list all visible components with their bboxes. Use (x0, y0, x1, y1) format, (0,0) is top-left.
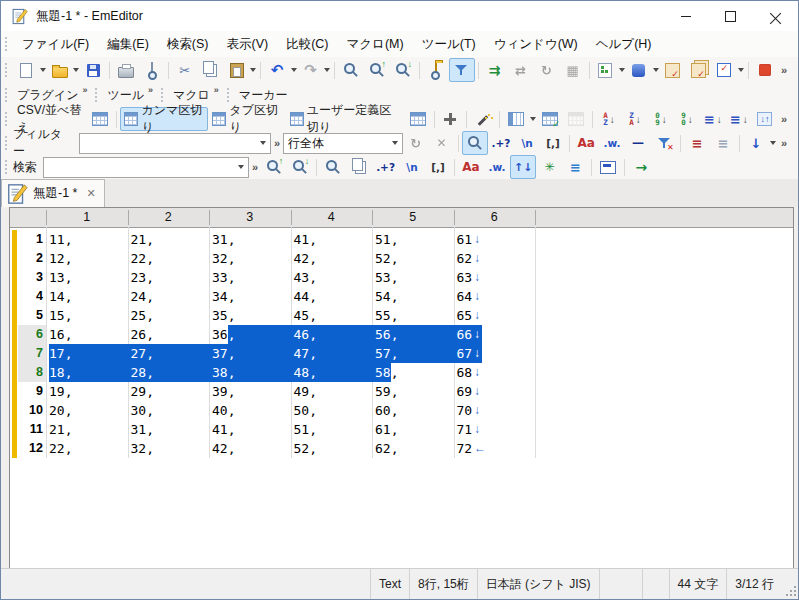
filter-overflow-chevron[interactable]: » (271, 137, 283, 149)
csv-cell[interactable]: 20, (49, 403, 72, 419)
filter-extract-button[interactable]: ↓ (743, 131, 769, 155)
find-in-files-button[interactable] (423, 58, 449, 82)
csv-cell[interactable]: 23, (131, 270, 154, 286)
csv-cell[interactable]: 17, (49, 346, 72, 362)
csv-cell[interactable]: 36, (212, 327, 235, 343)
search-jump-button[interactable]: → (628, 155, 654, 179)
csv-cell[interactable]: 43, (294, 270, 317, 286)
search-match-case-button[interactable]: Aa (458, 155, 484, 179)
menu-macros[interactable]: マクロ(M) (338, 31, 413, 57)
line-number[interactable]: 10 (14, 403, 43, 417)
menu-compare[interactable]: 比較(C) (277, 31, 337, 57)
close-button[interactable] (753, 1, 798, 31)
status-line-count[interactable]: 3/12 行 (726, 569, 782, 599)
csv-cell[interactable]: 54, (375, 289, 398, 305)
redo-dropdown[interactable] (324, 59, 332, 81)
status-cursor-position[interactable]: 8行, 15桁 (409, 569, 477, 599)
csv-cell[interactable]: 45, (294, 308, 317, 324)
csv-cell[interactable]: 49, (294, 384, 317, 400)
menu-file[interactable]: ファイル(F) (13, 31, 98, 57)
csv-cell[interactable]: 41, (294, 232, 317, 248)
search-escape-button[interactable]: \n (399, 155, 425, 179)
csv-cell[interactable]: 59, (375, 384, 398, 400)
filter-csv-button[interactable]: [,] (540, 131, 566, 155)
csv-cell[interactable]: 13, (49, 270, 72, 286)
csv-mode-extra-button[interactable] (405, 107, 431, 131)
csv-cell[interactable]: 31, (131, 422, 154, 438)
csv-add-mode-button[interactable] (437, 107, 463, 131)
toolbar-grip[interactable] (5, 160, 7, 174)
csv-converter-button[interactable] (87, 107, 113, 131)
filter-bookmark-unmatched-button[interactable]: ≡ (710, 131, 736, 155)
menu-window[interactable]: ウィンドウ(W) (485, 31, 587, 57)
toolbar-grip[interactable] (95, 88, 97, 102)
run-macro-button[interactable] (685, 58, 711, 82)
compare-button[interactable]: ⇉ (482, 58, 508, 82)
csv-cell[interactable]: 14, (49, 289, 72, 305)
toolbar-overflow-chevron[interactable]: » (778, 113, 790, 125)
csv-cell[interactable]: 58, (375, 365, 398, 381)
csv-cell[interactable]: 62, (375, 441, 398, 457)
column-header-2[interactable]: 2 (128, 210, 210, 224)
csv-cell[interactable]: 55, (375, 308, 398, 324)
search-previous-button[interactable]: ↑ (261, 155, 287, 179)
csv-cell[interactable]: 51, (375, 232, 398, 248)
filter-negative-button[interactable]: — (625, 131, 651, 155)
csv-cell[interactable]: 46, (294, 327, 317, 343)
macro-options-button[interactable] (711, 58, 737, 82)
csv-cell[interactable]: 26, (131, 327, 154, 343)
new-file-button[interactable] (13, 58, 39, 82)
column-header-1[interactable]: 1 (46, 210, 128, 224)
filter-refresh-button[interactable]: ↻ (403, 131, 429, 155)
editor-panel[interactable]: 123456 111,21,31,41,51,61↓212,22,32,42,5… (9, 207, 794, 570)
filter-scope-select[interactable]: 行全体 (283, 133, 403, 154)
paste-dropdown[interactable] (250, 59, 258, 81)
csv-cell[interactable]: 48, (294, 365, 317, 381)
filter-input[interactable] (79, 133, 271, 154)
filter-whole-word-button[interactable]: .w. (599, 131, 625, 155)
search-number-button[interactable]: ✳ (536, 155, 562, 179)
csv-cell[interactable]: 65 (457, 308, 473, 324)
csv-cell[interactable]: 34, (212, 289, 235, 305)
csv-cell[interactable]: 52, (294, 441, 317, 457)
toolbar-grip[interactable] (5, 63, 7, 77)
filter-remove-button[interactable]: ✕ (651, 131, 677, 155)
minimize-button[interactable] (663, 1, 708, 31)
table-mode-button[interactable] (563, 107, 589, 131)
column-header-row[interactable]: 123456 (10, 208, 793, 228)
menubar-grip[interactable] (5, 37, 7, 51)
print-button[interactable] (113, 58, 139, 82)
record-macro-button[interactable] (659, 58, 685, 82)
reverse-order-button[interactable]: ↓↑ (752, 107, 778, 131)
csv-cell[interactable]: 71 (457, 422, 473, 438)
edit-cell-button[interactable] (537, 107, 563, 131)
line-number[interactable]: 2 (14, 251, 43, 265)
csv-mode-tab-button[interactable]: タブ区切り (208, 107, 285, 131)
status-selected-chars[interactable]: 44 文字 (669, 569, 727, 599)
csv-cell[interactable]: 39, (212, 384, 235, 400)
sort-az-button[interactable]: AZ↓ (596, 107, 622, 131)
csv-cell[interactable]: 19, (49, 384, 72, 400)
csv-cell[interactable]: 67 (457, 346, 473, 362)
filter-apply-button[interactable] (462, 131, 488, 155)
filter-bookmark-matched-button[interactable]: ≡ (684, 131, 710, 155)
csv-cell[interactable]: 27, (131, 346, 154, 362)
csv-cell[interactable]: 42, (212, 441, 235, 457)
copy-button[interactable] (198, 58, 224, 82)
csv-cell[interactable]: 35, (212, 308, 235, 324)
csv-cell[interactable]: 15, (49, 308, 72, 324)
select-column-dropdown[interactable] (529, 108, 537, 130)
undo-dropdown[interactable] (290, 59, 298, 81)
sort-ascending-num-button[interactable]: 09↓ (648, 107, 674, 131)
csv-adjust-button[interactable] (470, 107, 496, 131)
toolbar-grip[interactable] (5, 88, 7, 102)
outline-button[interactable] (592, 58, 618, 82)
toolbar-grip[interactable] (227, 88, 229, 102)
filter-clear-button[interactable]: ✕ (429, 131, 455, 155)
csv-mode-comma-button[interactable]: カンマ区切り (120, 107, 208, 131)
column-header-6[interactable]: 6 (454, 210, 536, 224)
csv-cell[interactable]: 28, (131, 365, 154, 381)
csv-cell[interactable]: 24, (131, 289, 154, 305)
csv-cell[interactable]: 30, (131, 403, 154, 419)
line-number[interactable]: 4 (14, 289, 43, 303)
